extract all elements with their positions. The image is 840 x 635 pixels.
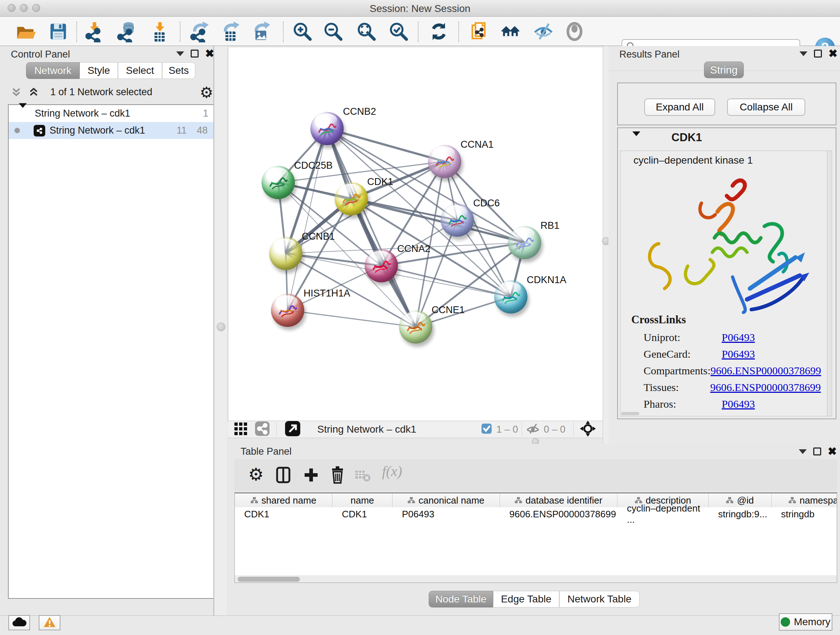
results-scrollbar[interactable]: [827, 151, 832, 416]
delete-column-trash-icon[interactable]: [329, 466, 346, 485]
horizontal-splitter[interactable]: [228, 439, 603, 444]
node-CCNB2[interactable]: [310, 112, 344, 145]
column-header-@id[interactable]: @id: [709, 494, 772, 507]
table-row[interactable]: CDK1CDK1P064939606.ENSP00000378699cyclin…: [235, 507, 837, 521]
node-CCNE1[interactable]: [399, 310, 432, 344]
vertical-splitter-left[interactable]: [213, 46, 227, 616]
table-hscrollbar[interactable]: [235, 575, 837, 583]
float-panel-icon[interactable]: [814, 50, 822, 57]
close-panel-icon[interactable]: ✖: [828, 448, 837, 455]
node-CCNA2[interactable]: [365, 249, 398, 282]
hide-eye-button[interactable]: [531, 19, 555, 43]
tab-network[interactable]: Network: [26, 62, 80, 79]
node-CDC6[interactable]: [441, 203, 474, 237]
close-panel-icon[interactable]: ✖: [829, 50, 837, 57]
crosslink-value-link[interactable]: P06493: [722, 331, 755, 344]
node-HIST1H1A[interactable]: [271, 294, 304, 327]
table-cell[interactable]: P06493: [393, 507, 500, 521]
selected-checkbox-icon[interactable]: [481, 423, 492, 435]
expander-triangle-icon[interactable]: [19, 108, 27, 119]
table-cell[interactable]: 9606.ENSP00000378699: [500, 507, 617, 521]
float-panel-icon[interactable]: [191, 50, 199, 57]
memory-button[interactable]: Memory: [779, 613, 832, 631]
crosslink-value-link[interactable]: 9606.ENSP00000378699: [711, 364, 821, 377]
splitter-handle[interactable]: [217, 323, 225, 331]
homes-button[interactable]: [499, 19, 523, 43]
warnings-button[interactable]: [39, 615, 60, 630]
column-header-namespace[interactable]: namespace: [772, 494, 837, 507]
collapse-panel-icon[interactable]: [176, 51, 184, 56]
annotation-button[interactable]: [467, 19, 491, 43]
node-RB1[interactable]: [508, 226, 541, 259]
show-columns-icon[interactable]: [275, 466, 292, 485]
fit-content-crosshair-icon[interactable]: [579, 420, 596, 439]
table-options-gear-icon[interactable]: ⚙: [248, 464, 264, 485]
open-session-button[interactable]: [13, 19, 37, 43]
vertical-splitter-right[interactable]: [603, 46, 608, 444]
import-table-button[interactable]: [147, 19, 171, 43]
column-header-name[interactable]: name: [332, 494, 393, 507]
import-network-file-button[interactable]: [82, 19, 106, 43]
tab-edge-table[interactable]: Edge Table: [493, 591, 559, 608]
crosslink-row: Uniprot: P06493: [644, 329, 821, 346]
collapse-panel-icon[interactable]: [799, 449, 807, 454]
crosslink-label: Tissues:: [644, 381, 710, 394]
network-options-gear-icon[interactable]: ⚙: [200, 84, 213, 101]
close-panel-icon[interactable]: ✖: [205, 50, 214, 57]
results-hscroll-thumb[interactable]: [621, 412, 639, 415]
gray-eye-button[interactable]: [562, 19, 586, 43]
birds-eye-view-icon[interactable]: [255, 421, 270, 438]
zoom-selected-button[interactable]: [387, 19, 411, 43]
refresh-button[interactable]: [427, 19, 451, 43]
detach-view-icon[interactable]: [285, 421, 301, 438]
tab-network-table[interactable]: Network Table: [559, 591, 639, 608]
collapse-all-button[interactable]: Collapse All: [727, 98, 805, 116]
tab-node-table[interactable]: Node Table: [429, 591, 493, 608]
collapse-gene-icon[interactable]: [632, 136, 640, 143]
node-CDKN1A[interactable]: [494, 280, 527, 314]
tab-style[interactable]: Style: [80, 62, 118, 79]
network-tree-row[interactable]: String Network – cdk1 1: [9, 105, 216, 122]
node-CCNB1[interactable]: [269, 237, 302, 270]
crosslink-value-link[interactable]: P06493: [722, 398, 755, 410]
float-panel-icon[interactable]: [813, 448, 821, 455]
control-panel: Control Panel ✖ NetworkStyleSelectSets 1…: [0, 46, 225, 616]
cloud-button[interactable]: [8, 615, 30, 630]
export-network-button[interactable]: [187, 19, 211, 43]
table-cell[interactable]: CDK1: [235, 507, 332, 521]
zoom-in-button[interactable]: [291, 19, 314, 43]
tab-select[interactable]: Select: [118, 62, 162, 79]
node-CCNA1[interactable]: [428, 145, 461, 178]
node-CDC25B[interactable]: [262, 166, 295, 199]
tab-string[interactable]: String: [704, 62, 744, 78]
zoom-out-icon: [322, 21, 344, 42]
import-network-database-button[interactable]: [114, 19, 138, 43]
expand-all-button[interactable]: Expand All: [644, 98, 715, 116]
save-session-button[interactable]: [46, 19, 70, 43]
tab-sets[interactable]: Sets: [162, 62, 195, 79]
crosslink-value-link[interactable]: 9606.ENSP00000378699: [710, 381, 821, 394]
column-header-shared-name[interactable]: shared name: [235, 494, 332, 507]
collapse-panel-icon[interactable]: [799, 51, 807, 56]
table-cell[interactable]: stringdb:9...: [709, 507, 772, 521]
edge-HIST1H1A-CCNE1[interactable]: [287, 310, 416, 327]
table-hscroll-thumb[interactable]: [238, 577, 300, 582]
ribbon-thumbnail: [399, 310, 432, 344]
export-table-icon: [219, 21, 241, 42]
export-table-button[interactable]: [218, 19, 242, 43]
edge-CCNB2-HIST1H1A[interactable]: [287, 128, 327, 310]
export-image-button[interactable]: [249, 19, 273, 43]
create-column-icon[interactable]: [302, 466, 320, 485]
network-tree-row[interactable]: String Network – cdk1 11 48: [9, 122, 216, 139]
zoom-out-button[interactable]: [321, 19, 345, 43]
table-cell[interactable]: CDK1: [332, 507, 393, 521]
table-cell[interactable]: stringdb: [772, 507, 837, 521]
table-cell[interactable]: cyclin–dependent ...: [617, 507, 709, 521]
node-CDK1[interactable]: [335, 182, 368, 215]
grid-view-icon[interactable]: [234, 421, 249, 438]
column-header-database-identifier[interactable]: database identifier: [500, 494, 617, 507]
zoom-fit-button[interactable]: [355, 19, 378, 43]
crosslink-value-link[interactable]: P06493: [722, 348, 755, 360]
network-view-canvas[interactable]: CCNB2 CCNA1 CDC25B CDK1 CDC6 RB1CCNB1 CC…: [228, 48, 603, 421]
column-header-canonical-name[interactable]: canonical name: [393, 494, 500, 507]
